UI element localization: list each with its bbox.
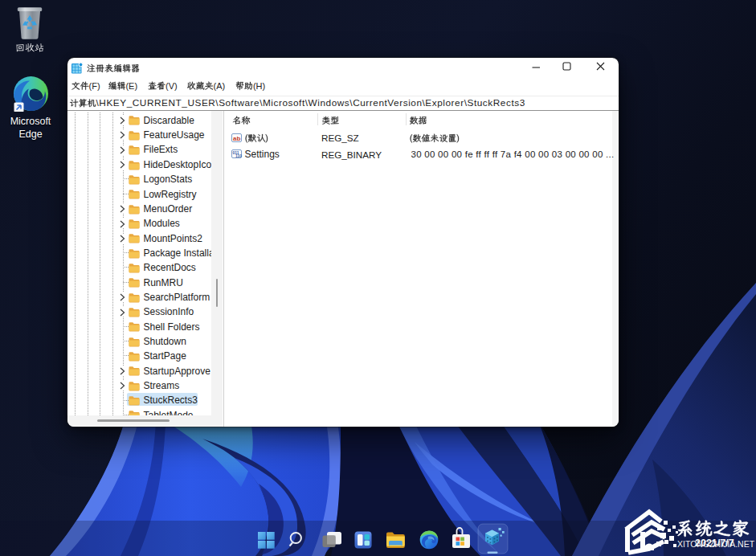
svg-text:110: 110 — [235, 153, 242, 158]
svg-text:ab: ab — [233, 134, 240, 141]
